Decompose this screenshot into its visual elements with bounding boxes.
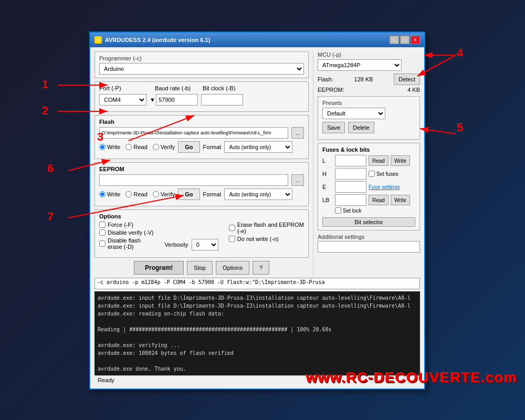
fuse-l-label: L: [322, 158, 333, 164]
fuse-lb-input[interactable]: [335, 194, 366, 206]
eeprom-radio-group: Write Read Verify: [99, 191, 175, 197]
mcu-section: MCU (-p) ATmega1284P Flash: 128 KB Detec…: [318, 51, 420, 93]
flash-write-label: Write: [107, 144, 120, 150]
mcu-select[interactable]: ATmega1284P: [318, 59, 402, 71]
status-text: Ready: [98, 377, 114, 383]
delete-preset-button[interactable]: Delete: [348, 122, 374, 133]
eeprom-read-label: Read: [133, 191, 147, 197]
disable-flash-row: Disable flash erase (-D) Verbosity 012: [99, 237, 218, 251]
fuse-e-row: E Fuse settings: [322, 181, 415, 193]
eeprom-path-row: ...: [99, 174, 304, 186]
options-section: Options Force (-F) Disable verify (-V): [94, 209, 309, 258]
eeprom-format-select[interactable]: Auto (writing only): [224, 188, 292, 200]
flash-read-radio-item: Read: [125, 144, 147, 150]
fuse-lb-read-button[interactable]: Read: [369, 195, 388, 205]
fuse-lb-row: LB Read Write: [322, 194, 415, 206]
console-line-3: avrdude.exe: reading on-chip flash data:: [98, 310, 417, 318]
bitclock-input[interactable]: [201, 94, 243, 106]
annotation-3: 3: [97, 130, 103, 144]
console-line-7: avrdude.exe: verifying ...: [98, 342, 417, 349]
disable-flash-erase-label: Disable flash erase (-D): [108, 237, 156, 250]
flash-options-row: Write Read Verify Go F: [99, 141, 304, 153]
fuse-l-input[interactable]: [335, 155, 366, 166]
eeprom-write-radio-item: Write: [99, 191, 120, 197]
eeprom-read-radio-item: Read: [125, 191, 147, 197]
title-bar-buttons: ─ □ ✕: [390, 36, 420, 44]
eeprom-go-button[interactable]: Go: [178, 188, 200, 200]
baud-label: Baud rate (-b): [155, 85, 200, 91]
flash-format-select[interactable]: Auto (writing only): [224, 141, 292, 153]
flash-write-radio[interactable]: [99, 144, 106, 150]
additional-settings-input[interactable]: [318, 241, 420, 253]
save-preset-button[interactable]: Save: [322, 122, 345, 133]
verbosity-label: Verbosity: [164, 242, 188, 248]
fuse-l-read-button[interactable]: Read: [369, 155, 388, 166]
help-button[interactable]: ?: [253, 261, 269, 275]
flash-read-radio[interactable]: [125, 144, 132, 150]
detect-button[interactable]: Detect: [394, 74, 420, 85]
fuse-h-label: H: [322, 171, 333, 177]
disable-verify-label: Disable verify (-V): [108, 229, 153, 236]
window-title: AVRDUDESS 2.4 (avrdude version 6.1): [105, 37, 210, 43]
flash-path-input[interactable]: [99, 127, 288, 139]
eeprom-read-radio[interactable]: [125, 191, 132, 197]
fuses-section: Fuses & lock bits L Read Write H Set fus…: [318, 143, 420, 230]
disable-flash-erase-checkbox[interactable]: [99, 240, 106, 247]
force-checkbox[interactable]: [99, 222, 106, 228]
fuses-label: Fuses & lock bits: [322, 146, 415, 153]
window-body: Programmer (-c) Arduino Port (-P) Baud r…: [90, 47, 424, 388]
force-label: Force (-F): [108, 222, 133, 228]
console-line-1: avrdude.exe: input file D:\Imprimante-3D…: [98, 295, 417, 302]
fuse-l-write-button[interactable]: Write: [391, 155, 410, 166]
flash-verify-radio-item: Verify: [153, 144, 175, 150]
eeprom-browse-button[interactable]: ...: [291, 174, 304, 186]
eeprom-path-input[interactable]: [99, 174, 288, 186]
app-icon: ⚙: [94, 36, 102, 44]
eeprom-verify-label: Verify: [161, 191, 175, 197]
do-not-write-checkbox[interactable]: [229, 236, 235, 242]
programmer-select[interactable]: Arduino: [99, 63, 304, 75]
baud-input[interactable]: [156, 94, 198, 106]
set-fuses-check: Set fuses: [369, 171, 398, 177]
options-right: Erase flash and EEPROM (-e) Do not write…: [229, 222, 304, 254]
eeprom-label: EEPROM: [99, 166, 304, 172]
options-button[interactable]: Options: [216, 261, 249, 275]
port-section: Port (-P) Baud rate (-b) Bit clock (-B) …: [94, 81, 309, 112]
maximize-button[interactable]: □: [400, 36, 410, 44]
set-lock-label: Set lock: [343, 208, 362, 214]
stop-button[interactable]: Stop: [187, 261, 213, 275]
set-lock-checkbox[interactable]: [335, 207, 341, 214]
minimize-button[interactable]: ─: [390, 36, 399, 44]
mcu-label: MCU (-p): [318, 51, 420, 58]
port-select[interactable]: COM4: [99, 94, 146, 106]
do-not-write-label: Do not write (-n): [237, 236, 279, 242]
presets-buttons-row: Save Delete: [322, 122, 415, 133]
close-button[interactable]: ✕: [411, 36, 420, 44]
program-button[interactable]: Program!: [134, 261, 184, 275]
eeprom-verify-radio-item: Verify: [153, 191, 175, 197]
flash-browse-button[interactable]: ...: [291, 127, 304, 139]
port-row-inputs: COM4 ▼: [99, 94, 304, 106]
fuse-e-input[interactable]: [335, 181, 366, 193]
eeprom-verify-radio[interactable]: [153, 191, 159, 197]
verbosity-select[interactable]: 012: [192, 239, 218, 250]
erase-checkbox[interactable]: [229, 225, 235, 231]
presets-select[interactable]: Default: [322, 108, 385, 119]
flash-info-row: Flash: 128 KB Detect: [318, 74, 420, 85]
annotation-1: 1: [42, 78, 48, 91]
fuse-settings-link[interactable]: Fuse settings: [369, 184, 400, 190]
console-output: avrdude.exe: input file D:\Imprimante-3D…: [94, 291, 420, 375]
flash-info-value: 128 KB: [354, 76, 373, 82]
bit-selector-button[interactable]: Bit selector: [322, 217, 415, 227]
flash-go-button[interactable]: Go: [178, 141, 200, 153]
fuse-lb-write-button[interactable]: Write: [391, 195, 410, 205]
annotation-5: 5: [457, 121, 463, 134]
disable-verify-checkbox[interactable]: [99, 229, 106, 236]
eeprom-write-radio[interactable]: [99, 191, 106, 197]
eeprom-format-label: Format: [203, 191, 222, 197]
set-fuses-checkbox[interactable]: [369, 171, 375, 177]
flash-format-label: Format: [203, 144, 222, 150]
eeprom-write-label: Write: [107, 191, 120, 197]
flash-verify-radio[interactable]: [153, 144, 159, 150]
fuse-h-input[interactable]: [335, 168, 366, 180]
